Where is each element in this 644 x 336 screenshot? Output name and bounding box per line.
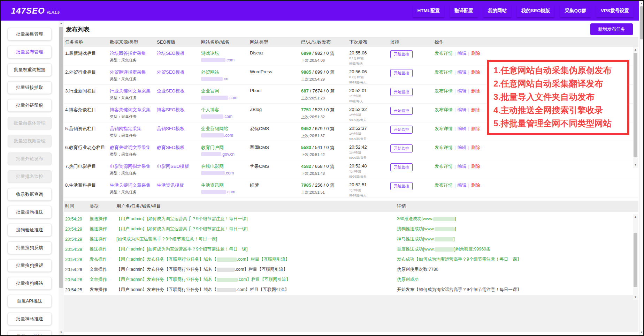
scrollbar-thumb[interactable] [634, 53, 637, 157]
task-source-link[interactable]: 教育关键词文章采集 [110, 144, 157, 151]
sidebar-item[interactable]: 批量神马推送 [8, 313, 52, 325]
task-source-link[interactable]: 生活关键词文章采集 [110, 182, 157, 188]
task-source-cell: 生活关键词文章采集 类型：采集任务 [110, 182, 157, 195]
delete-link[interactable]: 删除 [471, 88, 480, 94]
seo-template-link[interactable]: 电影网SEO模板 [157, 164, 189, 169]
seo-template-link[interactable]: 论坛SEO模板 [157, 51, 184, 56]
task-source-link[interactable]: 电影资源网指定采集 [110, 163, 157, 170]
sidebar-item[interactable]: 批量外链留痕 [8, 99, 52, 112]
sidebar-item[interactable]: 批量采集管理 [8, 28, 52, 40]
task-source-link[interactable]: 外贸翻译指定采集 [110, 69, 157, 75]
sidebar-item[interactable]: 批量搜狗投诉 [8, 259, 52, 272]
edit-link[interactable]: 编辑 [457, 107, 466, 112]
start-monitor-button[interactable]: 开始监控 [390, 88, 413, 96]
task-source-cell: 营销网指定采集 类型：采集任务 [110, 126, 157, 138]
delete-link[interactable]: 删除 [471, 145, 480, 150]
edit-link[interactable]: 编辑 [457, 182, 466, 188]
start-monitor-button[interactable]: 开始监控 [390, 50, 413, 58]
published-count: 7985 [301, 182, 311, 188]
start-monitor-button[interactable]: 开始监控 [390, 144, 413, 152]
sidebar-item[interactable]: 百度API推送 [8, 295, 52, 307]
task-source-link[interactable]: 论坛回答指定采集 [110, 50, 157, 57]
sidebar-item[interactable]: 收录数据查询 [8, 188, 52, 201]
scroll-up-icon[interactable]: ▲ [633, 215, 638, 219]
edit-link[interactable]: 编辑 [457, 145, 466, 150]
edit-link[interactable]: 编辑 [457, 69, 466, 75]
start-monitor-button[interactable]: 开始监控 [390, 163, 413, 171]
delete-link[interactable]: 删除 [471, 69, 480, 75]
scrollbar-thumb[interactable] [640, 6, 643, 39]
start-monitor-button[interactable]: 开始监控 [390, 182, 413, 190]
sidebar-scrollbar[interactable]: ▲ ▼ [59, 21, 64, 335]
scroll-up-icon[interactable]: ▲ [633, 48, 638, 52]
site-cell: 在线电影网 .com [201, 163, 250, 176]
nav-item[interactable]: 采集QQ群 [560, 5, 591, 17]
publish-detail-link[interactable]: 发布详情 [435, 107, 453, 112]
delete-link[interactable]: 删除 [471, 182, 480, 188]
sidebar-item[interactable]: 批量外链发布 [8, 152, 52, 165]
task-source-link[interactable]: 行业关键词文章采集 [110, 88, 157, 94]
scroll-up-icon[interactable]: ▲ [59, 21, 64, 25]
sidebar-item[interactable]: 批量排名监控 [8, 170, 52, 183]
edit-link[interactable]: 编辑 [457, 164, 466, 169]
nav-item[interactable]: 我的SEO模版 [517, 5, 555, 17]
sidebar-item[interactable]: 搜狗验证推送 [8, 224, 52, 236]
publish-detail-link[interactable]: 发布详情 [435, 164, 453, 169]
seo-template-link[interactable]: 营销SEO模板 [157, 126, 184, 131]
nav-item[interactable]: 我的网站 [483, 5, 511, 17]
seo-template-link[interactable]: 企业SEO模板 [157, 88, 184, 94]
publish-detail-link[interactable]: 发布详情 [435, 69, 453, 75]
sidebar-item[interactable]: 批量权重词挖掘 [8, 64, 52, 76]
publish-detail-link[interactable]: 发布详情 [435, 126, 453, 131]
scroll-down-icon[interactable]: ▼ [633, 163, 638, 167]
sidebar-item[interactable]: 批量搜狗反馈 [8, 241, 52, 254]
blurred-text [433, 217, 455, 221]
sidebar-item[interactable]: 批量360推送 [8, 330, 52, 336]
scrollbar-thumb[interactable] [634, 233, 637, 287]
column-header: 网站类型 [250, 39, 301, 45]
scroll-up-icon[interactable]: ▲ [639, 1, 644, 6]
scroll-down-icon[interactable]: ▼ [639, 330, 644, 335]
start-monitor-button[interactable]: 开始监控 [390, 107, 413, 115]
seo-template-link[interactable]: 教育SEO模板 [157, 145, 184, 150]
sidebar-item[interactable]: 批量自媒体管理 [8, 117, 52, 129]
start-monitor-button[interactable]: 开始监控 [390, 126, 413, 134]
nav-item[interactable]: 翻译配置 [450, 5, 478, 17]
scroll-down-icon[interactable]: ▼ [633, 295, 638, 299]
window-scrollbar[interactable]: ▲ ▼ [639, 1, 644, 335]
delete-link[interactable]: 删除 [471, 164, 480, 169]
scroll-down-icon[interactable]: ▼ [59, 330, 64, 335]
publish-detail-link[interactable]: 发布详情 [435, 51, 453, 56]
task-source-link[interactable]: 博客关键词文章采集 [110, 107, 157, 113]
add-publish-task-button[interactable]: 新增发布任务 [590, 23, 633, 35]
cms-type: 帝国CMS [250, 144, 301, 151]
log-detail-text: 开始发布【如何成为淘宝运营高手？9个细节需注意！每日一课】 [397, 287, 521, 292]
edit-link[interactable]: 编辑 [457, 88, 466, 94]
nav-item[interactable]: VPS拨号设置 [596, 5, 634, 17]
edit-link[interactable]: 编辑 [457, 51, 466, 56]
publish-detail-link[interactable]: 发布详情 [435, 88, 453, 94]
seo-template-link[interactable]: 外贸SEO模板 [157, 69, 184, 75]
edit-link[interactable]: 编辑 [457, 126, 466, 131]
site-domain: .com [201, 189, 250, 194]
log-type: 推送操作 [90, 216, 116, 222]
sidebar-item[interactable]: 批量搜狗绑站 [8, 277, 52, 290]
start-monitor-button[interactable]: 开始监控 [390, 69, 413, 77]
seo-template-link[interactable]: 博客SEO模板 [157, 107, 184, 112]
sidebar-item[interactable]: 批量短视频管理 [8, 135, 52, 147]
sidebar-item[interactable]: 批量链接抓取 [8, 81, 52, 94]
sidebar-item[interactable]: 批量发布管理 [8, 46, 52, 58]
log-list-scrollbar[interactable]: ▲ ▼ [633, 214, 638, 300]
publish-detail-link[interactable]: 发布详情 [435, 182, 453, 188]
task-list-scrollbar[interactable]: ▲ ▼ [633, 47, 638, 168]
task-source-link[interactable]: 营销网指定采集 [110, 126, 157, 132]
delete-link[interactable]: 删除 [471, 126, 480, 131]
sidebar-item[interactable]: 批量搜狗推送 [8, 206, 52, 218]
seo-template-link[interactable]: 生活资讯模板 [157, 182, 184, 188]
nav-item[interactable]: HTML配置 [413, 5, 444, 17]
publish-detail-link[interactable]: 发布详情 [435, 145, 453, 150]
delete-link[interactable]: 删除 [471, 51, 480, 56]
scrollbar-thumb[interactable] [59, 27, 63, 288]
delete-link[interactable]: 删除 [471, 107, 480, 112]
annotation-line: 4.主动推送全网搜索引擎收录 [493, 104, 623, 117]
